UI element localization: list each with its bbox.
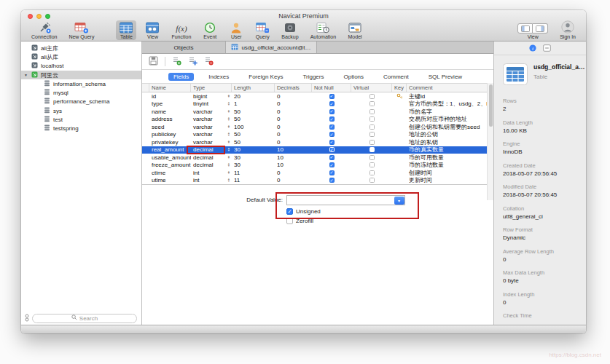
field-comment-cell[interactable]: 更新时间: [407, 177, 493, 185]
field-length-cell[interactable]: 11: [232, 169, 275, 177]
field-comment-cell[interactable]: 主键id: [407, 92, 493, 100]
row-selector[interactable]: [142, 146, 149, 154]
field-comment-cell[interactable]: 创建时间: [407, 169, 493, 177]
field-row-real-amount[interactable]: real_amountdecimal▴▾3010✓币的真实数量: [142, 146, 493, 154]
type-stepper[interactable]: ▴▾: [226, 123, 232, 131]
row-selector[interactable]: [142, 116, 149, 124]
disclosure-triangle-icon[interactable]: ▼: [24, 73, 28, 77]
column-header-decimals[interactable]: Decimals: [275, 84, 312, 92]
field-decimals-cell[interactable]: 0: [275, 169, 312, 177]
toolbar-user[interactable]: User: [226, 20, 246, 40]
field-type-cell[interactable]: bigint: [191, 92, 226, 100]
field-name-cell[interactable]: type: [149, 100, 191, 108]
field-type-cell[interactable]: decimal: [191, 146, 226, 154]
field-row-type[interactable]: typetinyint▴▾10✓官方币的类型：1、usdg、2、bty: [142, 100, 493, 108]
field-row-utime[interactable]: utimeint▴▾110✓更新时间: [142, 177, 493, 185]
object-tab-objects[interactable]: Objects: [142, 41, 226, 53]
row-selector[interactable]: [142, 138, 149, 146]
toolbar-function[interactable]: f(x)Function: [168, 20, 194, 40]
sidebar-database-sys[interactable]: sys: [21, 106, 141, 115]
default-value-combobox[interactable]: ▾: [286, 195, 405, 205]
column-header-key[interactable]: Key: [392, 84, 407, 92]
type-stepper[interactable]: ▴▾: [226, 108, 232, 116]
field-length-cell[interactable]: 11: [232, 177, 275, 185]
designer-tab-foreign-keys[interactable]: Foreign Keys: [243, 73, 288, 81]
field-type-cell[interactable]: varchar: [191, 123, 226, 131]
field-row-ctime[interactable]: ctimeint▴▾110✓创建时间: [142, 169, 493, 177]
field-name-cell[interactable]: address: [149, 116, 191, 124]
field-comment-cell[interactable]: 地址的私钥: [407, 138, 493, 146]
sidebar-connection-localhost[interactable]: localhost: [21, 62, 141, 71]
field-name-cell[interactable]: utime: [149, 177, 191, 185]
type-stepper[interactable]: ▴▾: [226, 162, 232, 170]
field-decimals-cell[interactable]: 0: [275, 138, 312, 146]
grid-scrollbar[interactable]: [487, 83, 493, 200]
row-selector[interactable]: [142, 92, 149, 100]
field-length-cell[interactable]: 30: [232, 162, 275, 170]
type-stepper[interactable]: ▴▾: [226, 177, 232, 185]
virtual-checkbox[interactable]: [351, 131, 392, 139]
column-header-type[interactable]: Type: [191, 84, 232, 92]
field-row-id[interactable]: idbigint▴▾200✓主键id: [142, 92, 493, 100]
toolbar-table[interactable]: Table: [116, 20, 136, 40]
sidebar-database-performance-schema[interactable]: performance_schema: [21, 98, 141, 106]
sidebar-database-testspring[interactable]: testspring: [21, 124, 141, 133]
minimize-window-button[interactable]: [36, 14, 42, 19]
unsigned-checkbox[interactable]: ✓Unsigned: [286, 208, 321, 215]
field-type-cell[interactable]: tinyint: [191, 100, 226, 108]
field-length-cell[interactable]: 30: [232, 146, 275, 154]
row-selector[interactable]: [142, 169, 149, 177]
not-null-checkbox[interactable]: ✓: [312, 92, 351, 100]
row-selector[interactable]: [142, 123, 149, 131]
type-stepper[interactable]: ▴▾: [226, 92, 232, 100]
designer-tab-comment[interactable]: Comment: [378, 73, 414, 81]
designer-tab-sql-preview[interactable]: SQL Preview: [423, 73, 467, 81]
row-selector-header[interactable]: [142, 84, 149, 92]
field-type-cell[interactable]: varchar: [191, 138, 226, 146]
column-header-name[interactable]: Name: [149, 84, 191, 92]
field-comment-cell[interactable]: 币的名字: [407, 108, 493, 116]
not-null-checkbox[interactable]: ✓: [312, 138, 351, 146]
toolbar-automation[interactable]: Automation: [308, 20, 339, 40]
type-stepper[interactable]: ▴▾: [226, 146, 232, 154]
field-length-cell[interactable]: 1: [232, 100, 275, 108]
not-null-checkbox[interactable]: ✓: [312, 108, 351, 116]
toolbar-query[interactable]: Query: [252, 20, 273, 40]
virtual-checkbox[interactable]: [351, 146, 392, 154]
virtual-checkbox[interactable]: [351, 177, 392, 185]
type-stepper[interactable]: ▴▾: [226, 138, 232, 146]
sidebar-connection-ali主库[interactable]: ali主库: [21, 44, 141, 52]
add-field-button[interactable]: [172, 55, 181, 68]
type-stepper[interactable]: ▴▾: [226, 131, 232, 139]
connection-filter-icon[interactable]: [25, 314, 29, 323]
virtual-checkbox[interactable]: [351, 92, 392, 100]
row-selector[interactable]: [142, 154, 149, 162]
virtual-checkbox[interactable]: [351, 123, 392, 131]
field-row-address[interactable]: addressvarchar▴▾500✓交易所对应币种的地址: [142, 116, 493, 124]
info-icon[interactable]: i: [529, 41, 536, 55]
field-decimals-cell[interactable]: 0: [275, 123, 312, 131]
field-decimals-cell[interactable]: 10: [275, 162, 312, 170]
field-length-cell[interactable]: 100: [232, 123, 275, 131]
field-comment-cell[interactable]: 官方币的类型：1、usdg、2、bty: [407, 100, 493, 108]
toolbar-model[interactable]: Model: [345, 20, 365, 40]
sign-in-button[interactable]: Sign In: [557, 20, 579, 40]
type-stepper[interactable]: ▴▾: [226, 116, 232, 124]
field-decimals-cell[interactable]: 0: [275, 92, 312, 100]
save-button[interactable]: [149, 55, 158, 68]
show-left-pane-button[interactable]: [517, 23, 533, 33]
not-null-checkbox[interactable]: ✓: [312, 169, 351, 177]
virtual-checkbox[interactable]: [351, 138, 392, 146]
toolbar-new-query[interactable]: New Query: [66, 20, 97, 40]
field-type-cell[interactable]: varchar: [191, 131, 226, 139]
field-length-cell[interactable]: 50: [232, 131, 275, 139]
designer-tab-options[interactable]: Options: [338, 73, 369, 81]
field-row-usable-amount[interactable]: usable_amountdecimal▴▾3010✓币的可用数量: [142, 154, 493, 162]
field-row-seed[interactable]: seedvarchar▴▾1000✓创建公钥和私钥需要的seed: [142, 123, 493, 131]
field-name-cell[interactable]: ctime: [149, 169, 191, 177]
field-row-publickey[interactable]: publickeyvarchar▴▾500✓地址的公钥: [142, 131, 493, 139]
virtual-checkbox[interactable]: [351, 100, 392, 108]
field-type-cell[interactable]: int: [191, 169, 226, 177]
field-decimals-cell[interactable]: 0: [275, 177, 312, 185]
field-name-cell[interactable]: id: [149, 92, 191, 100]
